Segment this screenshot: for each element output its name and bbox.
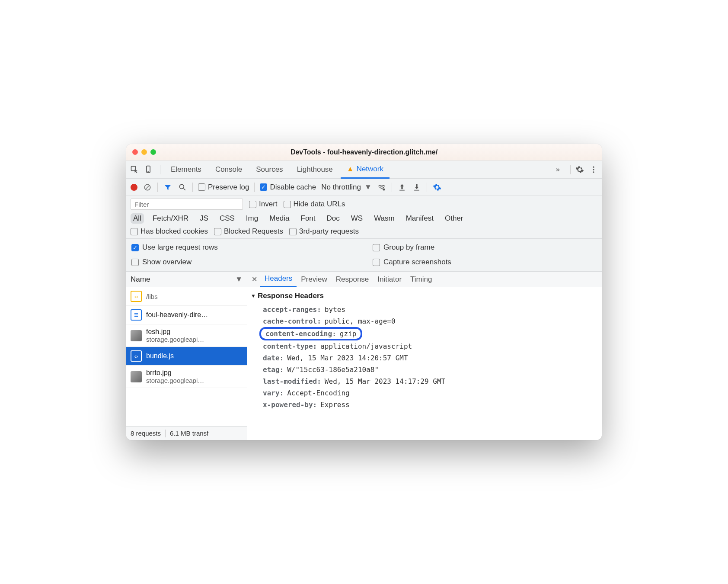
svg-point-3 [593, 166, 594, 167]
request-details: ✕ HeadersPreviewResponseInitiatorTiming … [247, 272, 602, 440]
request-row[interactable]: ‹›/libs [126, 287, 247, 306]
filter-type-css[interactable]: CSS [217, 213, 237, 224]
has-blocked-cookies-checkbox[interactable]: Has blocked cookies [131, 227, 208, 236]
filter-input[interactable] [131, 199, 243, 210]
filter-type-doc[interactable]: Doc [324, 213, 342, 224]
header-value: Accept-Encoding [287, 389, 350, 397]
hide-data-urls-label: Hide data URLs [294, 200, 345, 209]
capture-screenshots-checkbox[interactable]: Capture screenshots [373, 258, 597, 266]
kebab-menu-icon[interactable] [589, 165, 598, 174]
details-tab-initiator[interactable]: Initiator [373, 272, 406, 287]
filter-type-media[interactable]: Media [267, 213, 292, 224]
filter-type-ws[interactable]: WS [348, 213, 365, 224]
details-tab-response[interactable]: Response [332, 272, 374, 287]
download-har-icon[interactable] [412, 183, 421, 192]
chevron-down-icon: ▼ [235, 275, 243, 284]
header-value: Wed, 15 Mar 2023 14:20:57 GMT [287, 354, 408, 362]
network-settings-icon[interactable] [432, 183, 442, 192]
request-row[interactable]: brrto.jpgstorage.googleapi… [126, 366, 247, 388]
clear-icon[interactable] [143, 183, 152, 192]
response-header-row: etag:W/"15cc63-186e5a210a8" [251, 364, 597, 375]
header-key: cache-control: [263, 317, 321, 325]
devtools-tabstrip: ElementsConsoleSourcesLighthouse▲Network… [126, 160, 602, 179]
header-value: bytes [325, 305, 345, 314]
preserve-log-label: Preserve log [208, 183, 249, 192]
throttling-select[interactable]: No throttling ▼ [321, 183, 372, 192]
tab-label: Lighthouse [297, 165, 333, 174]
filter-type-img[interactable]: Img [243, 213, 261, 224]
header-key: content-encoding: [265, 330, 336, 338]
request-row[interactable]: foul-heavenly-dire… [126, 306, 247, 324]
search-icon[interactable] [178, 183, 187, 192]
settings-icon[interactable] [575, 165, 584, 174]
filter-type-wasm[interactable]: Wasm [371, 213, 397, 224]
svg-rect-12 [414, 189, 419, 190]
disable-cache-checkbox[interactable]: Disable cache [260, 183, 316, 192]
filter-type-fetch-xhr[interactable]: Fetch/XHR [150, 213, 191, 224]
filter-icon[interactable] [163, 183, 172, 192]
filter-type-font[interactable]: Font [298, 213, 318, 224]
request-name: bundle.js [146, 352, 174, 360]
use-large-rows-checkbox[interactable]: Use large request rows [131, 243, 355, 252]
blocked-requests-checkbox[interactable]: Blocked Requests [214, 227, 283, 236]
response-header-row: content-encoding:gzip [265, 330, 356, 338]
divider [254, 183, 255, 192]
response-headers-section[interactable]: ▼ Response Headers [251, 292, 597, 300]
upload-har-icon[interactable] [397, 183, 407, 192]
divider [165, 430, 166, 437]
devtools-window: DevTools - foul-heavenly-direction.glitc… [126, 144, 602, 440]
filter-type-other[interactable]: Other [442, 213, 466, 224]
tab-lighthouse[interactable]: Lighthouse [291, 160, 339, 179]
footer-transfer: 6.1 MB transf [170, 430, 208, 437]
svg-point-5 [593, 171, 594, 173]
tab-elements[interactable]: Elements [165, 160, 208, 179]
request-row[interactable]: fesh.jpgstorage.googleapi… [126, 324, 247, 347]
header-key: etag: [263, 366, 284, 374]
response-header-row: last-modified:Wed, 15 Mar 2023 14:17:29 … [251, 375, 597, 387]
details-tab-headers[interactable]: Headers [260, 272, 297, 287]
header-value: application/javascript [320, 342, 412, 350]
tab-sources[interactable]: Sources [250, 160, 289, 179]
divider [570, 165, 571, 174]
request-name: fesh.jpg [146, 328, 204, 336]
third-party-checkbox[interactable]: 3rd-party requests [289, 227, 359, 236]
network-conditions-icon[interactable] [377, 183, 386, 192]
hide-data-urls-checkbox[interactable]: Hide data URLs [284, 200, 345, 209]
record-button[interactable] [131, 184, 137, 191]
chevron-down-icon: ▼ [364, 183, 372, 192]
doc-file-icon [131, 309, 142, 321]
third-party-label: 3rd-party requests [299, 227, 359, 236]
invert-checkbox[interactable]: Invert [249, 200, 278, 209]
request-list-header[interactable]: Name ▼ [126, 272, 247, 287]
warning-icon: ▲ [347, 165, 354, 173]
filter-type-manifest[interactable]: Manifest [403, 213, 436, 224]
inspect-element-icon[interactable] [130, 165, 139, 174]
tab-label: Sources [256, 165, 283, 174]
details-body: ▼ Response Headers accept-ranges:bytesca… [247, 287, 602, 417]
network-main: Name ▼ ‹›/libsfoul-heavenly-dire…fesh.jp… [126, 271, 602, 440]
more-tabs-button[interactable]: » [550, 160, 566, 179]
preserve-log-checkbox[interactable]: Preserve log [198, 183, 249, 192]
filter-type-all[interactable]: All [131, 213, 144, 224]
network-optionsbar: Use large request rows Group by frame Sh… [126, 239, 602, 271]
minimize-window-button[interactable] [141, 149, 147, 155]
svg-point-8 [179, 184, 184, 189]
close-details-button[interactable]: ✕ [250, 275, 259, 283]
group-by-frame-checkbox[interactable]: Group by frame [373, 243, 597, 252]
maximize-window-button[interactable] [150, 149, 156, 155]
close-window-button[interactable] [132, 149, 138, 155]
filter-type-js[interactable]: JS [197, 213, 211, 224]
show-overview-checkbox[interactable]: Show overview [131, 258, 355, 266]
request-row[interactable]: ‹›bundle.js [126, 347, 247, 366]
request-list: Name ▼ ‹›/libsfoul-heavenly-dire…fesh.jp… [126, 272, 247, 440]
response-header-row: x-powered-by:Express [251, 399, 597, 411]
details-tab-preview[interactable]: Preview [297, 272, 331, 287]
header-key: last-modified: [263, 377, 321, 385]
img-file-icon [131, 371, 142, 382]
tab-network[interactable]: ▲Network [341, 160, 390, 179]
request-name: brrto.jpg [146, 369, 204, 377]
details-tab-timing[interactable]: Timing [406, 272, 436, 287]
device-toolbar-icon[interactable] [144, 165, 153, 174]
tab-console[interactable]: Console [209, 160, 248, 179]
svg-point-4 [593, 169, 594, 170]
